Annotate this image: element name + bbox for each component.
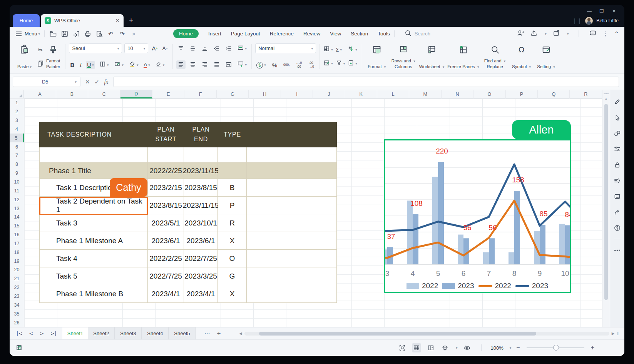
align-left-icon[interactable] — [176, 60, 186, 69]
cell-type[interactable]: R — [218, 214, 247, 232]
cell-shading-button[interactable]: ▾ — [113, 60, 125, 70]
row-header-18[interactable]: 18 — [10, 248, 24, 257]
print-preview-icon[interactable] — [95, 30, 103, 38]
row-header-10[interactable]: 10 — [10, 178, 24, 187]
last-sheet-icon[interactable]: >| — [50, 331, 56, 336]
column-header-D[interactable]: D — [120, 90, 152, 99]
cell-type[interactable]: G — [218, 267, 247, 285]
ribbon-tab-review[interactable]: Review — [303, 31, 320, 37]
document-tab[interactable]: S WPS Office ✕ — [41, 14, 124, 27]
decrease-indent-icon[interactable] — [212, 44, 221, 53]
cell-plan-start[interactable]: 2023/8/15 — [148, 197, 184, 214]
row-header-12[interactable]: 12 — [10, 195, 24, 204]
row-header-13[interactable]: 13 — [10, 204, 24, 213]
vertical-scroll-thumb[interactable] — [604, 104, 608, 300]
freeze-panes-button[interactable]: Freeze Panes ▾ — [446, 43, 480, 70]
currency-format-button[interactable]: $▾ — [255, 61, 267, 69]
cell-style-select[interactable]: Normal▾ — [255, 43, 316, 53]
column-header-F[interactable]: F — [184, 90, 216, 99]
column-header-E[interactable]: E — [152, 90, 184, 99]
copy-icon[interactable] — [36, 60, 45, 67]
cell-plan-end[interactable]: 2023/8/15 — [184, 179, 218, 197]
cell-task-description[interactable]: Task 3 — [40, 214, 148, 232]
confirm-entry-icon[interactable]: ✓ — [95, 78, 100, 85]
cell-empty[interactable] — [247, 179, 336, 197]
save-as-icon[interactable] — [552, 29, 560, 38]
more-actions-icon[interactable]: » — [130, 30, 138, 38]
align-middle-icon[interactable] — [188, 44, 197, 53]
undo-icon[interactable]: ↶ — [107, 30, 115, 38]
italic-button[interactable]: I — [79, 61, 83, 69]
cell-plan-end[interactable]: 2023/10/1 — [184, 214, 218, 232]
cell-task-description[interactable]: Task 4 — [40, 250, 148, 267]
cell-plan-end[interactable]: 2023/3/25 — [184, 267, 218, 285]
ribbon-tab-reference[interactable]: Reference — [270, 31, 294, 37]
output-icon[interactable] — [72, 30, 80, 38]
cell-plan-end[interactable]: 2023/11/15 — [184, 197, 218, 214]
vertical-scrollbar[interactable]: ══ ▲ — [602, 90, 610, 327]
increase-decimal-icon[interactable]: ←.0 .00 — [295, 60, 303, 70]
column-header-P[interactable]: P — [506, 90, 538, 99]
cell-type[interactable]: X — [218, 285, 247, 303]
filter-button[interactable]: ▾ — [336, 60, 345, 68]
more-sheets-button[interactable]: ⋯ — [204, 330, 210, 337]
cell-empty[interactable] — [247, 197, 336, 214]
sheet-tab-sheet5[interactable]: Sheet5 — [169, 327, 196, 340]
column-header-G[interactable]: G — [217, 90, 249, 99]
percent-format-icon[interactable]: % — [271, 61, 278, 69]
cell-type[interactable]: X — [218, 232, 247, 250]
fill-color-button[interactable]: ▾ — [128, 60, 140, 70]
properties-icon[interactable] — [614, 141, 621, 157]
cell-plan-start[interactable] — [148, 147, 184, 163]
cell-plan-start[interactable]: 2022/2/25 — [148, 250, 184, 267]
decrease-font-icon[interactable]: A− — [161, 45, 169, 52]
decrease-decimal-icon[interactable]: .00 →.0 — [307, 60, 315, 70]
column-header-I[interactable]: I — [281, 90, 313, 99]
sort-button[interactable]: ▾ — [348, 45, 357, 53]
column-header-H[interactable]: H — [249, 90, 281, 99]
insert-function-icon[interactable]: fx — [104, 78, 109, 85]
scroll-up-icon[interactable]: ▲ — [602, 97, 610, 100]
bold-button[interactable]: B — [69, 61, 75, 69]
symbol-button[interactable]: ΩSymbol ▾ — [509, 43, 534, 70]
cell-plan-start[interactable]: 2023/2/15 — [148, 179, 184, 197]
workbook-switch-icon[interactable] — [15, 343, 24, 352]
more-options-icon[interactable]: ⋮ — [602, 30, 608, 37]
panel-toggle-icon[interactable]: ❘❙ — [572, 17, 582, 24]
combo-chart[interactable]: 3731084220556656715888598410 20222023202… — [384, 139, 571, 293]
row-header-14[interactable]: 14 — [10, 213, 24, 222]
cell-type[interactable] — [218, 163, 247, 179]
select-all-corner[interactable] — [10, 90, 24, 99]
row-header-3[interactable]: 3 — [10, 116, 24, 125]
sheet-tab-sheet3[interactable]: Sheet3 — [115, 327, 142, 340]
format-button[interactable]: Format ▾ — [365, 43, 389, 70]
row-header-26[interactable]: 26 — [10, 318, 24, 327]
ribbon-tab-home[interactable]: Home — [173, 29, 199, 38]
align-bottom-icon[interactable] — [200, 44, 209, 53]
cell-task-description[interactable]: Phase 1 Milestone A — [40, 232, 148, 250]
first-sheet-icon[interactable]: |< — [17, 331, 22, 336]
share-curve-icon[interactable] — [614, 204, 621, 220]
edit-icon[interactable] — [614, 94, 621, 110]
wrap-text-icon[interactable] — [224, 60, 233, 69]
horizontal-scroll-thumb[interactable] — [259, 332, 536, 336]
cell-name-box[interactable]: D5▾ — [13, 77, 80, 87]
fit-screen-icon[interactable] — [398, 343, 407, 352]
merge-options-button[interactable]: ▾ — [236, 60, 248, 70]
cell-task-description[interactable] — [40, 147, 148, 163]
page-layout-view-icon[interactable] — [426, 343, 435, 352]
cell-plan-end[interactable] — [184, 147, 218, 163]
cell-plan-start[interactable]: 2023/6/1 — [148, 232, 184, 250]
maximize-button[interactable]: ❐ — [599, 8, 604, 14]
align-top-icon[interactable] — [176, 44, 186, 53]
split-handle-icon[interactable]: ‖ — [617, 331, 619, 336]
prev-sheet-icon[interactable]: < — [29, 331, 33, 336]
more-tools-icon[interactable] — [614, 242, 621, 258]
cell-plan-end[interactable]: 2022/7/25 — [184, 250, 218, 267]
zoom-slider-thumb[interactable] — [553, 345, 559, 351]
cell-empty[interactable] — [247, 232, 336, 250]
column-header-M[interactable]: M — [409, 90, 441, 99]
zoom-in-button[interactable]: + — [591, 344, 594, 351]
fill-down-button[interactable]: ▾ — [348, 60, 357, 68]
row-header-20[interactable]: 20 — [10, 265, 24, 274]
